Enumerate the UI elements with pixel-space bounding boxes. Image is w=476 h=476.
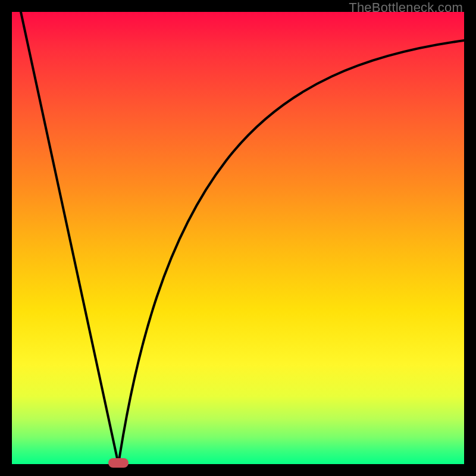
curve-left-branch — [21, 12, 118, 464]
chart-plot-area — [12, 12, 464, 464]
optimal-point-marker — [108, 458, 129, 468]
watermark-text: TheBottleneck.com — [349, 0, 463, 15]
bottleneck-curve — [12, 12, 464, 464]
curve-right-branch — [118, 40, 464, 464]
